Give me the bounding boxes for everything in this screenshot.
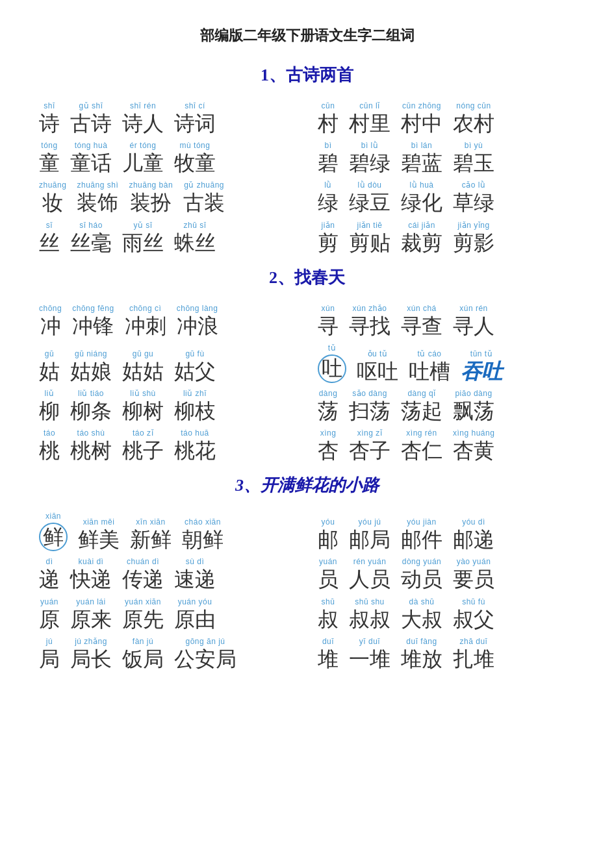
hanzi-section1-right-1-0: 碧 xyxy=(318,152,339,175)
word-item-section3-left-2-1: yuán lái原来 xyxy=(70,597,112,631)
pinyin-section1-left-0-2: shī rén xyxy=(130,101,156,112)
word-item-section3-left-0-0: xiān鲜 xyxy=(39,511,68,551)
word-item-section3-left-3-1: jú zhǎng局长 xyxy=(70,636,112,671)
hanzi-section3-left-0-0: 鲜 xyxy=(39,523,68,551)
word-item-section2-left-0-1: chōng fēng冲锋 xyxy=(72,303,114,338)
word-item-section2-left-1-2: gū gu姑姑 xyxy=(122,349,164,383)
hanzi-section2-left-3-3: 桃花 xyxy=(174,440,216,462)
word-item-section1-right-3-0: jiǎn剪 xyxy=(318,220,339,254)
pinyin-section1-left-3-2: yǔ sī xyxy=(133,220,152,232)
hanzi-section1-left-3-1: 丝毫 xyxy=(70,232,112,254)
word-row-section3-2: yuán原yuán lái原来yuán xiān原先yuán yóu原由shū叔… xyxy=(39,597,575,631)
word-item-section1-right-0-3: nóng cūn农村 xyxy=(453,101,494,135)
pinyin-section3-left-0-2: xīn xiān xyxy=(136,517,165,528)
word-item-section1-left-0-2: shī rén诗人 xyxy=(122,101,164,135)
word-item-section2-right-1-3: tūn tǔ吞吐 xyxy=(461,349,502,383)
pinyin-section3-right-2-2: dà shū xyxy=(409,597,434,608)
hanzi-section2-right-2-3: 飘荡 xyxy=(453,400,494,423)
hanzi-section2-right-3-0: 杏 xyxy=(318,440,339,462)
pinyin-section2-left-0-1: chōng fēng xyxy=(72,303,114,315)
pinyin-section2-left-3-0: táo xyxy=(44,428,55,440)
word-item-section2-left-1-1: gū niáng姑娘 xyxy=(70,349,112,383)
word-item-section3-left-2-2: yuán xiān原先 xyxy=(122,597,164,631)
word-row-section3-3: jú局jú zhǎng局长fàn jú饭局gōng ān jú公安局duī堆yī… xyxy=(39,636,575,671)
pinyin-section2-left-1-0: gū xyxy=(45,349,54,360)
hanzi-section2-right-1-2: 吐槽 xyxy=(409,360,450,383)
pinyin-section1-right-1-0: bì xyxy=(324,140,331,152)
word-row-section3-1: dì递kuài dì快递chuán dì传递sù dì速递yuán员rén yu… xyxy=(39,556,575,591)
word-item-section1-right-3-1: jiǎn tiē剪贴 xyxy=(349,220,390,254)
word-item-section3-left-1-1: kuài dì快递 xyxy=(70,556,112,591)
word-item-section3-left-2-3: yuán yóu原由 xyxy=(174,597,216,631)
hanzi-section2-right-0-2: 寻查 xyxy=(401,315,442,338)
pinyin-section3-left-1-3: sù dì xyxy=(186,556,205,568)
pinyin-section1-left-1-1: tóng huà xyxy=(75,140,108,152)
pinyin-section3-right-0-3: yóu dì xyxy=(462,517,485,528)
pinyin-section1-right-1-3: bì yù xyxy=(465,140,483,152)
word-item-section2-left-2-2: liǔ shù柳树 xyxy=(122,388,164,423)
pinyin-section1-right-0-0: cūn xyxy=(322,101,335,112)
hanzi-section3-left-1-1: 快递 xyxy=(70,568,112,591)
hanzi-section1-right-0-1: 村里 xyxy=(349,112,390,135)
pinyin-section2-left-2-3: liǔ zhī xyxy=(183,388,207,400)
hanzi-section3-right-0-1: 邮局 xyxy=(349,528,390,551)
pinyin-section2-left-1-3: gū fù xyxy=(185,349,204,360)
pinyin-section3-left-3-0: jú xyxy=(46,636,53,648)
word-row-section2-2: liǔ柳liǔ tiáo柳条liǔ shù柳树liǔ zhī柳枝dàng荡sǎo… xyxy=(39,388,575,423)
pinyin-section2-right-3-2: xìng rén xyxy=(406,428,437,440)
pinyin-section3-right-1-1: rén yuán xyxy=(353,556,387,568)
pinyin-section1-left-0-0: shī xyxy=(44,101,55,112)
pinyin-section2-left-2-2: liǔ shù xyxy=(130,388,156,400)
hanzi-section3-right-2-1: 叔叔 xyxy=(349,608,390,631)
word-row-section3-0: xiān鲜xiān měi鲜美xīn xiān新鲜cháo xiān朝鲜yóu邮… xyxy=(39,511,575,551)
word-item-section2-right-2-0: dàng荡 xyxy=(318,388,339,423)
pinyin-section3-left-2-2: yuán xiān xyxy=(125,597,161,608)
hanzi-section1-left-2-1: 装饰 xyxy=(77,192,118,214)
pinyin-section1-right-2-1: lǜ dòu xyxy=(357,180,381,192)
word-row-section2-1: gū姑gū niáng姑娘gū gu姑姑gū fù姑父tǔ吐ǒu tǔ呕吐tǔ … xyxy=(39,343,575,383)
pinyin-section3-left-3-1: jú zhǎng xyxy=(75,636,107,648)
word-item-section2-right-3-3: xìng huáng杏黄 xyxy=(453,428,494,462)
hanzi-section3-left-3-0: 局 xyxy=(39,648,60,671)
pinyin-section3-right-0-1: yóu jú xyxy=(358,517,381,528)
word-item-section3-left-0-2: xīn xiān新鲜 xyxy=(130,517,172,551)
pinyin-section2-right-1-1: ǒu tǔ xyxy=(368,349,388,360)
pinyin-section1-right-2-0: lǜ xyxy=(324,180,332,192)
hanzi-section1-right-2-0: 绿 xyxy=(318,192,339,214)
word-item-section1-right-1-2: bì lán碧蓝 xyxy=(401,140,442,175)
word-item-section2-left-3-2: táo zǐ桃子 xyxy=(122,428,164,462)
pinyin-section2-right-2-3: piāo dàng xyxy=(455,388,492,400)
word-item-section1-left-3-2: yǔ sī雨丝 xyxy=(122,220,164,254)
word-item-section2-right-2-2: dàng qǐ荡起 xyxy=(401,388,442,423)
hanzi-section3-right-0-0: 邮 xyxy=(318,528,339,551)
word-item-section1-right-2-1: lǜ dòu绿豆 xyxy=(349,180,390,214)
word-item-section1-left-3-1: sī háo丝毫 xyxy=(70,220,112,254)
word-item-section1-left-1-0: tóng童 xyxy=(39,140,60,175)
pinyin-section3-left-3-2: fàn jú xyxy=(133,636,153,648)
word-item-section3-right-1-2: dòng yuán动员 xyxy=(401,556,442,591)
hanzi-section2-left-2-1: 柳条 xyxy=(70,400,112,423)
pinyin-section1-left-0-3: shī cí xyxy=(185,101,205,112)
word-item-section1-left-0-0: shī诗 xyxy=(39,101,60,135)
hanzi-section1-left-3-0: 丝 xyxy=(39,232,60,254)
word-item-section2-right-2-3: piāo dàng飘荡 xyxy=(453,388,494,423)
hanzi-section1-left-0-0: 诗 xyxy=(39,112,60,135)
word-item-section2-right-1-1: ǒu tǔ呕吐 xyxy=(357,349,398,383)
word-item-section2-left-2-0: liǔ柳 xyxy=(39,388,60,423)
hanzi-section3-right-3-0: 堆 xyxy=(318,648,339,671)
pinyin-section3-right-2-0: shū xyxy=(322,597,335,608)
pinyin-section2-right-0-1: xún zhǎo xyxy=(352,303,387,315)
pinyin-section3-left-2-0: yuán xyxy=(40,597,58,608)
word-item-section2-right-0-1: xún zhǎo寻找 xyxy=(349,303,390,338)
hanzi-section2-right-1-1: 呕吐 xyxy=(357,360,398,383)
hanzi-section2-left-1-0: 姑 xyxy=(39,360,60,383)
word-item-section2-right-2-1: sǎo dàng扫荡 xyxy=(349,388,390,423)
pinyin-section3-right-3-2: duī fàng xyxy=(406,636,437,648)
hanzi-section3-right-1-3: 要员 xyxy=(453,568,494,591)
pinyin-section1-right-2-2: lǜ huà xyxy=(409,180,433,192)
pinyin-section3-right-1-2: dòng yuán xyxy=(402,556,442,568)
word-item-section3-right-3-1: yī duī一堆 xyxy=(349,636,390,671)
word-item-section3-left-2-0: yuán原 xyxy=(39,597,60,631)
word-item-section1-right-2-3: cǎo lǜ草绿 xyxy=(453,180,494,214)
word-item-section2-left-2-3: liǔ zhī柳枝 xyxy=(174,388,216,423)
